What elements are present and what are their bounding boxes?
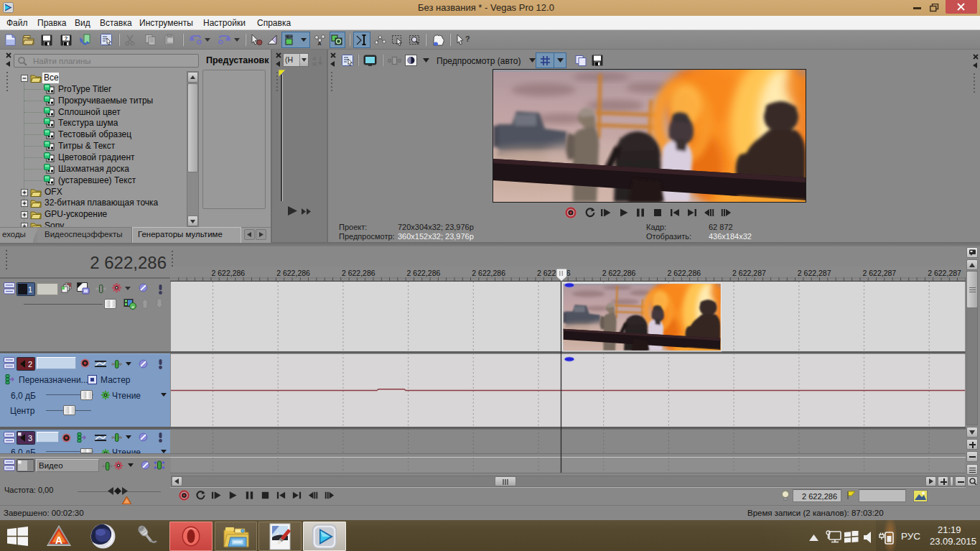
svg-text:2 622,286: 2 622,286: [472, 269, 505, 277]
svg-text:2 622,286: 2 622,286: [342, 269, 375, 277]
svg-text:A: A: [317, 41, 321, 46]
svg-text:Я: Я: [312, 61, 317, 67]
svg-text:1: 1: [28, 285, 32, 294]
svg-text:a: a: [131, 304, 134, 310]
svg-text:2 622,287: 2 622,287: [863, 269, 897, 277]
svg-text:2 622,286: 2 622,286: [276, 269, 310, 277]
svg-text:?: ?: [65, 35, 68, 42]
svg-text:2 622,286: 2 622,286: [407, 269, 441, 277]
svg-text:2: 2: [28, 360, 32, 369]
svg-text:2 622,287: 2 622,287: [732, 269, 766, 277]
svg-text:2 622,286: 2 622,286: [602, 269, 636, 277]
svg-text:2 622,287: 2 622,287: [798, 269, 831, 277]
svg-text:3: 3: [28, 434, 32, 443]
svg-text:A: A: [55, 534, 62, 546]
svg-text:2 622,286: 2 622,286: [667, 269, 701, 277]
svg-text:2 622,287: 2 622,287: [928, 269, 961, 277]
svg-text:2 622,286: 2 622,286: [212, 269, 246, 277]
svg-text:?: ?: [465, 34, 470, 43]
